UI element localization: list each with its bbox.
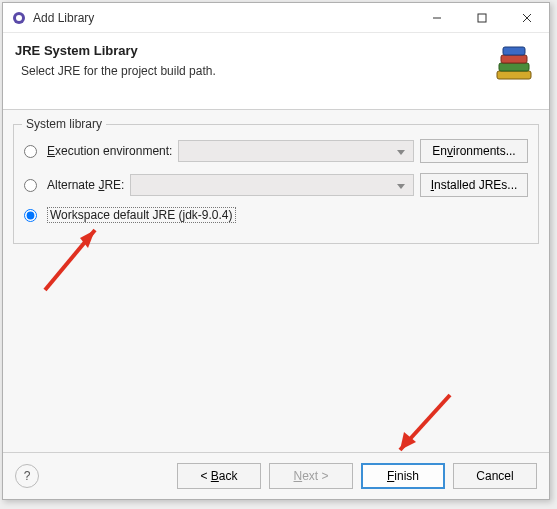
alternate-jre-label: Alternate JRE:	[47, 178, 124, 192]
workspace-default-radio[interactable]	[24, 209, 37, 222]
page-description: Select JRE for the project build path.	[21, 64, 489, 78]
minimize-button[interactable]	[414, 3, 459, 32]
library-icon	[489, 43, 537, 91]
svg-point-1	[16, 15, 22, 21]
titlebar: Add Library	[3, 3, 549, 33]
cancel-button[interactable]: Cancel	[453, 463, 537, 489]
dialog-header: JRE System Library Select JRE for the pr…	[3, 33, 549, 110]
svg-rect-9	[503, 47, 525, 55]
svg-rect-3	[478, 14, 486, 22]
close-button[interactable]	[504, 3, 549, 32]
content-area: System library Execution environment: En…	[3, 110, 549, 452]
help-button[interactable]: ?	[15, 464, 39, 488]
app-icon	[11, 10, 27, 26]
button-bar: ? < Back Next > Finish Cancel	[3, 452, 549, 499]
workspace-default-row: Workspace default JRE (jdk-9.0.4)	[24, 207, 528, 223]
environments-button[interactable]: Environments...	[420, 139, 528, 163]
back-button[interactable]: < Back	[177, 463, 261, 489]
page-title: JRE System Library	[15, 43, 489, 58]
next-button: Next >	[269, 463, 353, 489]
svg-rect-8	[501, 55, 527, 63]
system-library-group: System library Execution environment: En…	[13, 124, 539, 244]
maximize-button[interactable]	[459, 3, 504, 32]
installed-jres-button[interactable]: Installed JREs...	[420, 173, 528, 197]
svg-rect-7	[499, 63, 529, 71]
execution-environment-combo[interactable]	[178, 140, 414, 162]
execution-environment-label: Execution environment:	[47, 144, 172, 158]
alternate-jre-radio[interactable]	[24, 179, 37, 192]
execution-environment-row: Execution environment: Environments...	[24, 139, 528, 163]
svg-rect-6	[497, 71, 531, 79]
group-label: System library	[22, 117, 106, 131]
window-title: Add Library	[33, 11, 414, 25]
alternate-jre-combo[interactable]	[130, 174, 414, 196]
finish-button[interactable]: Finish	[361, 463, 445, 489]
workspace-default-label: Workspace default JRE (jdk-9.0.4)	[47, 207, 236, 223]
execution-environment-radio[interactable]	[24, 145, 37, 158]
dialog-window: Add Library JRE System Library Select JR…	[2, 2, 550, 500]
alternate-jre-row: Alternate JRE: Installed JREs...	[24, 173, 528, 197]
